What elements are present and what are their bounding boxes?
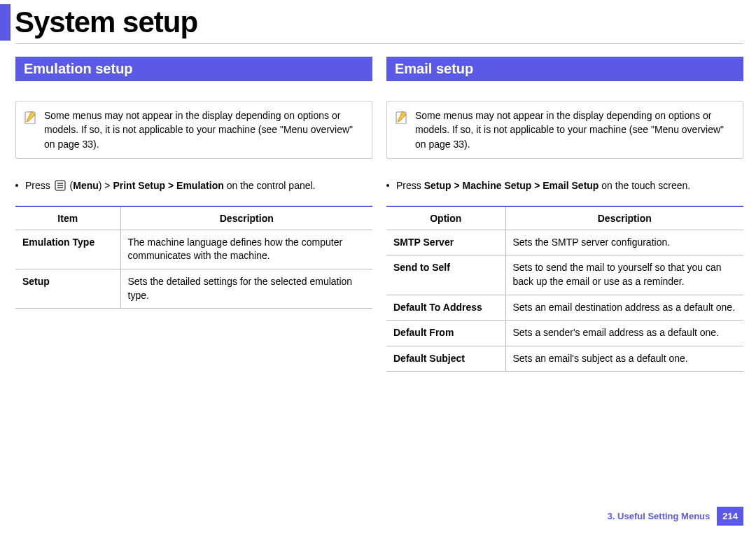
row-label: Default From bbox=[386, 321, 505, 346]
th-description: Description bbox=[505, 206, 743, 230]
email-table: Option Description SMTP ServerSets the S… bbox=[386, 206, 743, 372]
table-row: SMTP ServerSets the SMTP server configur… bbox=[386, 230, 743, 255]
instruction-text-left: Press (Menu) > Print Setup > Emulation o… bbox=[25, 178, 372, 193]
note-text-left: Some menus may not appear in the display… bbox=[44, 108, 363, 151]
table-row: Default SubjectSets an email's subject a… bbox=[386, 346, 743, 372]
bullet-prefix: Press bbox=[396, 180, 424, 191]
note-icon bbox=[23, 110, 37, 124]
th-description: Description bbox=[120, 206, 372, 230]
page-title: System setup bbox=[15, 4, 197, 41]
footer: 3. Useful Setting Menus 214 bbox=[608, 507, 743, 526]
row-description: Sets to send the mail to yourself so tha… bbox=[505, 255, 743, 295]
table-row: SetupSets the detailed settings for the … bbox=[15, 269, 372, 309]
emulation-table: Item Description Emulation TypeThe machi… bbox=[15, 206, 372, 309]
table-row: Default To AddressSets an email destinat… bbox=[386, 295, 743, 321]
table-row: Emulation TypeThe machine language defin… bbox=[15, 230, 372, 269]
bullet-menu-label: Menu bbox=[73, 180, 99, 191]
footer-chapter: 3. Useful Setting Menus bbox=[608, 511, 718, 521]
table-row: Default FromSets a sender's email addres… bbox=[386, 321, 743, 346]
note-text-right: Some menus may not appear in the display… bbox=[415, 108, 734, 151]
row-label: SMTP Server bbox=[386, 230, 505, 255]
content-columns: Emulation setup Some menus may not appea… bbox=[0, 44, 756, 372]
note-box-left: Some menus may not appear in the display… bbox=[15, 101, 372, 159]
instruction-left: Press (Menu) > Print Setup > Emulation o… bbox=[15, 178, 372, 193]
table-row: Send to SelfSets to send the mail to you… bbox=[386, 255, 743, 295]
section-heading-email: Email setup bbox=[386, 57, 743, 81]
section-heading-emulation: Emulation setup bbox=[15, 57, 372, 81]
title-accent bbox=[0, 4, 10, 41]
bullet-icon bbox=[386, 184, 389, 187]
email-table-body: SMTP ServerSets the SMTP server configur… bbox=[386, 230, 743, 372]
instruction-text-right: Press Setup > Machine Setup > Email Setu… bbox=[396, 178, 743, 193]
bullet-prefix: Press bbox=[25, 180, 53, 191]
row-description: Sets a sender's email address as a defau… bbox=[505, 321, 743, 346]
footer-page-number: 214 bbox=[717, 507, 743, 526]
th-item: Item bbox=[15, 206, 120, 230]
instruction-right: Press Setup > Machine Setup > Email Setu… bbox=[386, 178, 743, 193]
bullet-icon bbox=[15, 184, 18, 187]
bullet-path: Setup > Machine Setup > Email Setup bbox=[424, 180, 599, 191]
title-bar: System setup bbox=[0, 0, 756, 41]
th-option: Option bbox=[386, 206, 505, 230]
note-icon bbox=[394, 110, 408, 124]
emulation-table-body: Emulation TypeThe machine language defin… bbox=[15, 230, 372, 308]
bullet-suffix: on the touch screen. bbox=[601, 180, 690, 191]
note-box-right: Some menus may not appear in the display… bbox=[386, 101, 743, 159]
row-description: Sets an email's subject as a default one… bbox=[505, 346, 743, 372]
row-description: Sets the detailed settings for the selec… bbox=[120, 269, 372, 309]
row-description: The machine language defines how the com… bbox=[120, 230, 372, 269]
right-column: Email setup Some menus may not appear in… bbox=[386, 57, 743, 372]
row-label: Send to Self bbox=[386, 255, 505, 295]
bullet-path: Print Setup > Emulation bbox=[113, 180, 223, 191]
left-column: Emulation setup Some menus may not appea… bbox=[15, 57, 372, 372]
row-description: Sets the SMTP server configuration. bbox=[505, 230, 743, 255]
row-label: Emulation Type bbox=[15, 230, 120, 269]
row-description: Sets an email destination address as a d… bbox=[505, 295, 743, 321]
row-label: Setup bbox=[15, 269, 120, 309]
menu-button-icon bbox=[55, 180, 66, 191]
row-label: Default To Address bbox=[386, 295, 505, 321]
row-label: Default Subject bbox=[386, 346, 505, 372]
bullet-suffix: on the control panel. bbox=[227, 180, 316, 191]
